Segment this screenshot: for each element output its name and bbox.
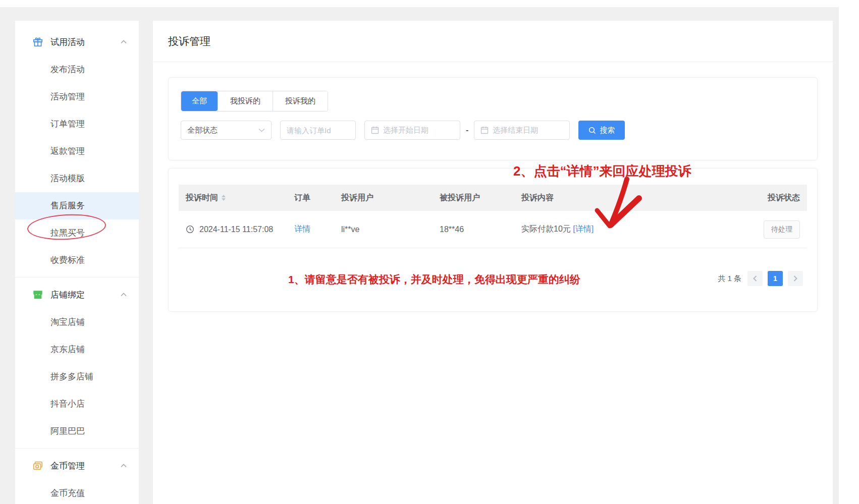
page-title: 投诉管理 [168,34,210,48]
sidebar-item-refund-management[interactable]: 返款管理 [15,138,139,165]
end-date-placeholder: 选择结束日期 [493,126,538,135]
sidebar-item-taobao-shop[interactable]: 淘宝店铺 [15,309,139,336]
filter-card: 全部 我投诉的 投诉我的 全部状态 选择开始日期 - [168,77,818,160]
sidebar-item-fee-standard[interactable]: 收费标准 [15,247,139,274]
cell-status: 待处理 [741,220,807,239]
chevron-down-icon [258,128,265,132]
tab-my-complaints[interactable]: 我投诉的 [218,91,273,111]
order-id-field [280,121,356,140]
sidebar-divider [15,277,139,277]
top-strip [0,0,859,7]
sidebar-item-blacklist-buyer[interactable]: 拉黑买号 [15,219,139,247]
sidebar-section-trial-activity[interactable]: 试用活动 [15,28,139,56]
page-1-button[interactable]: 1 [768,271,783,286]
order-id-input[interactable] [287,126,349,135]
sidebar-item-order-management[interactable]: 订单管理 [15,110,139,138]
sidebar-item-douyin-shop[interactable]: 抖音小店 [15,390,139,418]
search-button-label: 搜索 [600,126,615,135]
next-page-button[interactable] [788,271,803,286]
complaint-table-card: 投诉时间 订单 投诉用户 被投诉用户 投诉内容 投诉状态 2024-11-15 … [168,168,818,312]
sidebar-item-after-sales-service[interactable]: 售后服务 [15,192,139,219]
page-header: 投诉管理 [153,21,833,62]
sidebar-section-label: 金币管理 [50,460,121,472]
status-select-value: 全部状态 [187,126,218,135]
cell-complaint-time: 2024-11-15 11:57:08 [179,225,294,234]
sidebar-section-coin-management[interactable]: 金币管理 [15,452,139,480]
sidebar-item-alibaba-shop[interactable]: 阿里巴巴 [15,418,139,445]
sidebar: 试用活动 发布活动 活动管理 订单管理 返款管理 活动模版 售后服务 拉黑买号 … [15,21,139,504]
table-row: 2024-11-15 11:57:08 详情 li**ve 18**46 实际付… [179,211,807,248]
search-button[interactable]: 搜索 [578,121,625,140]
main-panel: 投诉管理 全部 我投诉的 投诉我的 全部状态 选择开始日期 - [153,21,833,504]
end-date-picker[interactable]: 选择结束日期 [474,121,570,140]
tab-complaints-against-me[interactable]: 投诉我的 [273,91,328,111]
prev-page-button[interactable] [747,271,763,286]
column-order: 订单 [294,193,341,203]
start-date-placeholder: 选择开始日期 [383,126,428,135]
chevron-up-icon [121,40,127,44]
filter-row: 全部状态 选择开始日期 - 选择结束日期 [181,121,805,140]
sidebar-item-coin-recharge[interactable]: 金币充值 [15,480,139,504]
tab-all[interactable]: 全部 [181,91,218,111]
content-text: 实际付款10元 [521,225,571,233]
cell-content: 实际付款10元 [详情] [521,224,741,235]
sidebar-divider [15,448,139,449]
content-detail-link[interactable]: [详情] [573,225,594,233]
cell-order: 详情 [294,224,341,235]
annotation-step2: 2、点击“详情”来回应处理投诉 [513,162,691,180]
status-select[interactable]: 全部状态 [181,121,272,140]
chevron-up-icon [121,464,127,468]
complaint-tabs: 全部 我投诉的 投诉我的 [181,91,328,111]
coins-icon [32,460,43,471]
calendar-icon [480,126,489,134]
sidebar-item-activity-template[interactable]: 活动模版 [15,165,139,192]
pagination: 共 1 条 1 [718,271,803,286]
sidebar-item-activity-management[interactable]: 活动管理 [15,83,139,110]
sidebar-item-publish-activity[interactable]: 发布活动 [15,56,139,83]
sort-toggle[interactable] [222,195,226,201]
date-separator: - [466,126,468,135]
pagination-total: 共 1 条 [718,274,741,284]
chevron-left-icon [753,275,757,282]
cell-respondent: 18**46 [440,225,521,234]
order-detail-link[interactable]: 详情 [294,225,310,233]
sidebar-section-label: 店铺绑定 [50,289,121,301]
sidebar-section-label: 试用活动 [50,36,121,48]
column-complainant: 投诉用户 [341,193,440,203]
column-content: 投诉内容 [521,193,741,203]
sidebar-item-jd-shop[interactable]: 京东店铺 [15,336,139,363]
calendar-icon [371,126,379,134]
search-icon [588,127,596,134]
start-date-picker[interactable]: 选择开始日期 [364,121,460,140]
sidebar-section-shop-binding[interactable]: 店铺绑定 [15,281,139,309]
column-complaint-time: 投诉时间 [179,193,294,203]
gift-icon [32,36,43,47]
chevron-up-icon [121,293,127,297]
status-badge[interactable]: 待处理 [764,220,800,239]
chevron-right-icon [793,275,797,282]
column-status: 投诉状态 [741,193,807,203]
clock-icon [186,225,194,234]
right-edge-panel [839,7,859,504]
sidebar-item-pdd-shop[interactable]: 拼多多店铺 [15,363,139,390]
table-header-row: 投诉时间 订单 投诉用户 被投诉用户 投诉内容 投诉状态 [179,185,807,211]
column-respondent: 被投诉用户 [440,193,521,203]
cell-complainant: li**ve [341,225,440,234]
shop-icon [32,289,43,300]
annotation-step1: 1、请留意是否有被投诉，并及时处理，免得出现更严重的纠纷 [288,272,580,287]
